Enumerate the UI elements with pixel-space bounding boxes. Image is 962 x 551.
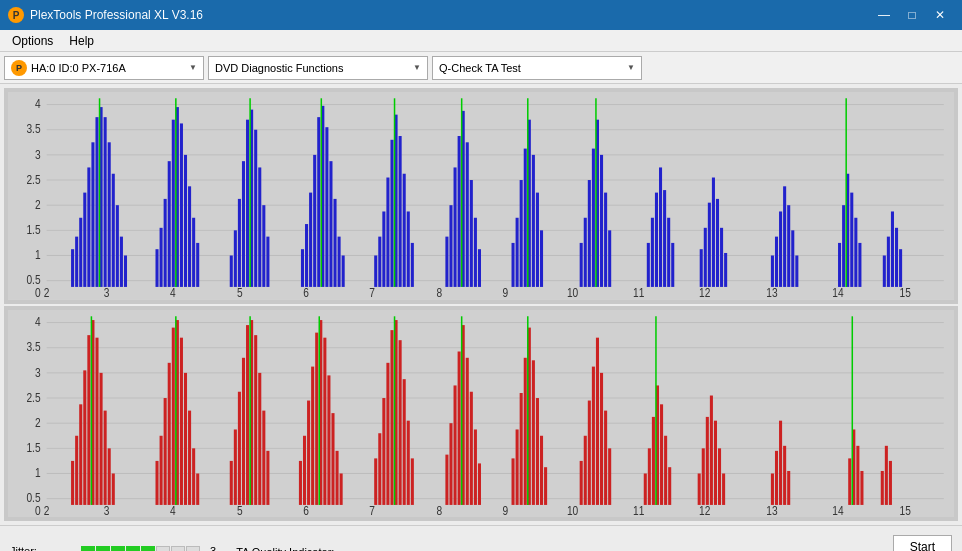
svg-rect-259 [532,360,535,505]
svg-rect-34 [79,218,82,287]
svg-rect-260 [536,398,539,505]
svg-rect-294 [856,445,859,504]
svg-rect-104 [516,218,519,287]
drive-icon: P [11,60,27,76]
svg-text:2.5: 2.5 [26,173,40,186]
svg-rect-113 [584,218,587,287]
svg-rect-192 [95,337,98,504]
test-select[interactable]: Q-Check TA Test ▼ [432,56,642,80]
svg-rect-145 [850,193,853,287]
svg-rect-186 [71,460,74,504]
drive-label: HA:0 ID:0 PX-716A [31,62,126,74]
svg-rect-287 [771,473,774,504]
svg-text:0.5: 0.5 [26,491,40,504]
minimize-button[interactable]: — [870,5,898,25]
svg-rect-193 [100,372,103,504]
maximize-button[interactable]: □ [898,5,926,25]
close-button[interactable]: ✕ [926,5,954,25]
svg-rect-236 [386,362,389,504]
svg-rect-268 [596,337,599,504]
svg-rect-50 [168,161,171,287]
svg-rect-112 [580,243,583,287]
svg-rect-70 [301,249,304,287]
svg-text:14: 14 [832,286,844,299]
svg-rect-71 [305,224,308,287]
svg-rect-41 [108,142,111,287]
svg-text:12: 12 [699,503,710,516]
svg-rect-99 [470,180,473,287]
bottom-chart-svg: 4 3.5 3 2.5 2 1.5 1 0.5 0 2 3 4 5 6 7 8 … [8,310,954,518]
svg-rect-211 [234,429,237,504]
svg-rect-244 [445,454,448,504]
svg-rect-66 [258,167,261,286]
svg-rect-233 [374,458,377,505]
function-chevron-icon: ▼ [413,63,421,72]
svg-rect-65 [254,130,257,287]
svg-text:7: 7 [369,286,375,299]
ta-label: TA Quality Indicator: [236,546,334,551]
svg-text:9: 9 [503,503,509,516]
svg-rect-223 [307,400,310,504]
jitter-value: 3 [210,545,216,552]
svg-rect-202 [172,327,175,504]
svg-rect-152 [895,228,898,287]
svg-rect-235 [382,398,385,505]
svg-rect-282 [706,416,709,504]
svg-rect-91 [411,243,414,287]
svg-rect-289 [779,420,782,504]
svg-rect-83 [378,237,381,287]
svg-rect-42 [112,174,115,287]
top-chart-container: 4 3.5 3 2.5 2 1.5 1 0.5 0 2 3 4 5 6 7 8 … [4,88,958,304]
menu-options[interactable]: Options [4,32,61,50]
svg-text:13: 13 [766,286,777,299]
svg-rect-278 [668,467,671,505]
svg-rect-51 [172,120,175,287]
function-label: DVD Diagnostic Functions [215,62,343,74]
svg-rect-219 [266,450,269,504]
svg-rect-93 [445,237,448,287]
svg-rect-213 [242,357,245,504]
svg-rect-201 [168,362,171,504]
svg-text:0: 0 [35,503,41,516]
svg-text:0: 0 [35,286,41,299]
svg-rect-225 [315,332,318,504]
svg-rect-55 [188,186,191,287]
svg-rect-222 [303,435,306,504]
svg-rect-61 [238,199,241,287]
svg-rect-73 [313,155,316,287]
svg-rect-198 [155,460,158,504]
bottom-panel: Jitter: 3 Peak Shift: 4 TA Quality Indic… [0,525,962,551]
svg-rect-143 [842,205,845,287]
svg-rect-106 [524,149,527,287]
svg-text:3: 3 [35,148,41,161]
svg-rect-101 [478,249,481,287]
svg-rect-216 [254,335,257,505]
start-button[interactable]: Start [893,535,952,552]
meter-cell-empty [156,546,170,552]
svg-rect-208 [196,473,199,504]
svg-rect-240 [403,379,406,505]
svg-rect-84 [382,211,385,286]
svg-text:3.5: 3.5 [26,123,40,136]
svg-rect-60 [234,230,237,287]
svg-rect-214 [246,325,249,505]
svg-rect-224 [311,366,314,504]
svg-rect-149 [883,255,886,286]
svg-rect-295 [860,470,863,504]
menu-help[interactable]: Help [61,32,102,50]
svg-text:15: 15 [900,286,911,299]
svg-text:13: 13 [766,503,777,516]
svg-rect-288 [775,450,778,504]
top-chart-svg: 4 3.5 3 2.5 2 1.5 1 0.5 0 2 3 4 5 6 7 8 … [8,92,954,300]
bottom-chart-container: 4 3.5 3 2.5 2 1.5 1 0.5 0 2 3 4 5 6 7 8 … [4,306,958,522]
svg-rect-257 [524,357,527,504]
drive-select[interactable]: P HA:0 ID:0 PX-716A ▼ [4,56,204,80]
svg-rect-96 [458,136,461,287]
svg-rect-90 [407,211,410,286]
svg-rect-276 [660,404,663,505]
svg-rect-199 [160,435,163,504]
function-select[interactable]: DVD Diagnostic Functions ▼ [208,56,428,80]
svg-text:8: 8 [436,286,442,299]
svg-rect-284 [714,420,717,504]
svg-rect-187 [75,435,78,504]
